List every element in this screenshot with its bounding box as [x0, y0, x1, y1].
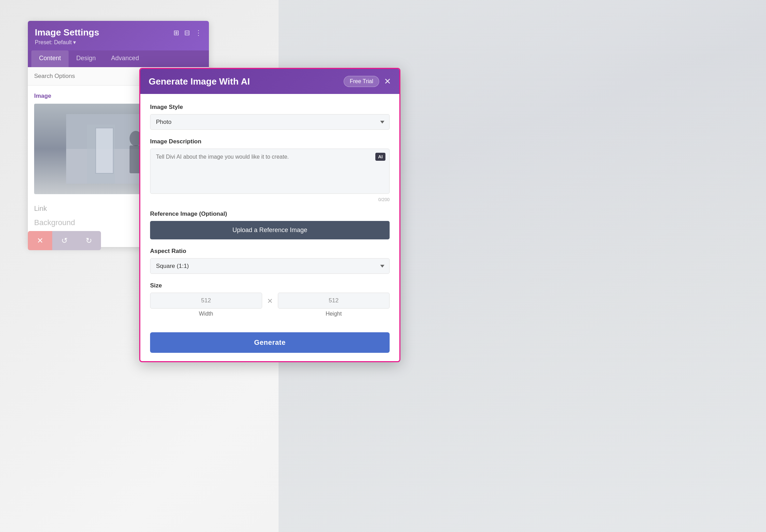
textarea-wrapper: AI [150, 149, 390, 195]
tab-advanced[interactable]: Advanced [103, 50, 147, 67]
more-options-icon[interactable]: ⋮ [195, 29, 202, 37]
tab-content[interactable]: Content [31, 50, 69, 67]
undo-button[interactable]: ↺ [52, 231, 77, 250]
reference-image-label: Reference Image (Optional) [150, 211, 390, 217]
generate-button[interactable]: Generate [150, 332, 390, 353]
size-inputs: Width ✕ Height [150, 293, 390, 317]
dialog-header: Generate Image With AI Free Trial ✕ [140, 69, 399, 94]
tab-design[interactable]: Design [69, 50, 103, 67]
free-trial-badge[interactable]: Free Trial [344, 76, 379, 87]
aspect-ratio-group: Aspect Ratio Square (1:1) Landscape (16:… [150, 248, 390, 274]
size-separator: ✕ [267, 297, 273, 313]
upload-reference-button[interactable]: Upload a Reference Image [150, 221, 390, 239]
panel-title-group: Image Settings Preset: Default ▾ [35, 27, 99, 46]
height-field-wrapper: Height [278, 293, 390, 317]
fullscreen-icon[interactable]: ⊞ [173, 29, 179, 37]
dialog-title: Generate Image With AI [149, 76, 250, 87]
image-description-textarea[interactable] [150, 149, 390, 194]
bottom-toolbar: ✕ ↺ ↻ [28, 231, 101, 250]
char-count: 0/200 [150, 197, 390, 202]
ai-dialog: Generate Image With AI Free Trial ✕ Imag… [139, 68, 400, 362]
aspect-ratio-select[interactable]: Square (1:1) Landscape (16:9) Portrait (… [150, 258, 390, 274]
image-style-group: Image Style Photo Illustration Cartoon A… [150, 104, 390, 130]
svg-rect-3 [96, 128, 113, 173]
aspect-ratio-label: Aspect Ratio [150, 248, 390, 255]
image-style-label: Image Style [150, 104, 390, 111]
columns-icon[interactable]: ⊟ [184, 29, 190, 37]
dialog-footer: Generate [140, 325, 399, 361]
reference-image-group: Reference Image (Optional) Upload a Refe… [150, 211, 390, 239]
close-dialog-button[interactable]: ✕ [384, 77, 391, 86]
dialog-header-right: Free Trial ✕ [344, 76, 391, 87]
width-input[interactable] [150, 293, 262, 309]
panel-title: Image Settings [35, 27, 99, 38]
size-group: Size Width ✕ Height [150, 282, 390, 317]
height-input[interactable] [278, 293, 390, 309]
image-description-label: Image Description [150, 138, 390, 145]
width-label: Width [150, 311, 262, 317]
ai-badge: AI [375, 153, 385, 161]
image-style-select[interactable]: Photo Illustration Cartoon Abstract Pain… [150, 114, 390, 130]
panel-tabs: Content Design Advanced [28, 50, 209, 67]
panel-header-icons: ⊞ ⊟ ⋮ [173, 27, 202, 37]
panel-header: Image Settings Preset: Default ▾ ⊞ ⊟ ⋮ [28, 21, 209, 50]
width-field-wrapper: Width [150, 293, 262, 317]
redo-button[interactable]: ↻ [77, 231, 101, 250]
image-description-group: Image Description AI 0/200 [150, 138, 390, 202]
cancel-button[interactable]: ✕ [28, 231, 52, 250]
height-label: Height [278, 311, 390, 317]
dialog-body: Image Style Photo Illustration Cartoon A… [140, 94, 399, 317]
size-label: Size [150, 282, 390, 289]
panel-preset[interactable]: Preset: Default ▾ [35, 39, 99, 46]
